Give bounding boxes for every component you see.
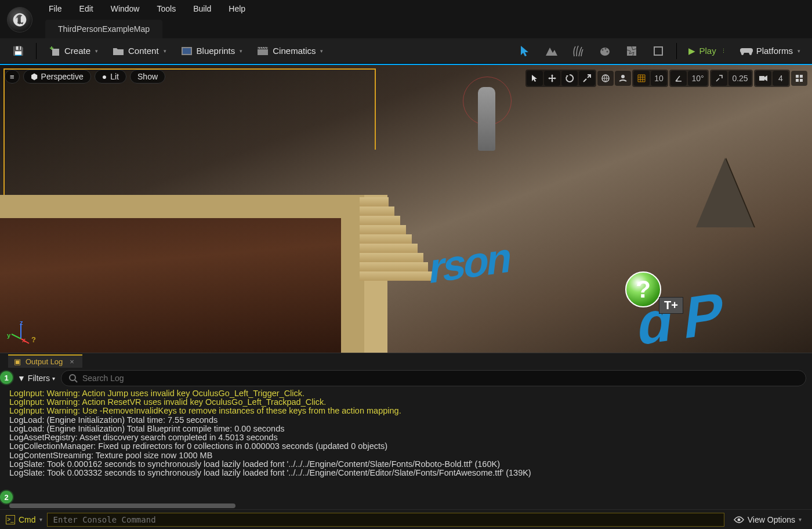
svg-point-6	[605, 48, 607, 49]
close-tab-button[interactable]: ×	[67, 357, 77, 366]
grid-snap-value[interactable]: 10	[651, 71, 667, 86]
search-log-input[interactable]	[82, 374, 799, 383]
show-dropdown[interactable]: Show	[130, 70, 165, 84]
cursor-select-icon	[519, 45, 531, 57]
annotation-2: 2	[0, 491, 13, 503]
angle-snap-toggle[interactable]	[670, 71, 687, 86]
main-toolbar: 💾 Create▾ Content▾ Blueprints▾ Cinematic…	[0, 38, 812, 64]
fracture-mode-button[interactable]	[619, 42, 644, 60]
log-output[interactable]: LogInput: Warning: Action Jump uses inva…	[0, 388, 812, 503]
svg-point-11	[621, 75, 625, 78]
create-label: Create	[64, 46, 90, 56]
unreal-logo-icon[interactable]	[7, 7, 32, 32]
select-mode-button[interactable]	[513, 42, 537, 60]
annotation-1: 1	[0, 371, 13, 384]
svg-rect-2	[183, 48, 191, 54]
log-line: LogSlate: Took 0.000162 seconds to synch…	[9, 460, 803, 469]
svg-rect-12	[759, 76, 764, 81]
blueprints-button[interactable]: Blueprints▾	[175, 42, 249, 60]
platforms-button[interactable]: Platforms▾	[734, 42, 806, 60]
viewport-toolbar-right: 10 10° 0.25 4	[525, 70, 807, 87]
landscape-mode-button[interactable]	[539, 42, 564, 60]
svg-rect-9	[654, 47, 662, 55]
scene-cone	[696, 158, 754, 227]
viewport-menu-button[interactable]: ≡	[5, 70, 20, 84]
folder-icon	[112, 45, 125, 57]
perspective-dropdown[interactable]: ⬢Perspective	[23, 70, 91, 84]
create-button[interactable]: Create▾	[42, 42, 104, 60]
content-button[interactable]: Content▾	[106, 42, 172, 60]
menu-window[interactable]: Window	[103, 2, 148, 16]
svg-point-22	[737, 518, 740, 521]
map-tab[interactable]: ThirdPersonExampleMap	[45, 20, 162, 38]
output-log-tab[interactable]: ▣ Output Log ×	[8, 354, 82, 368]
content-label: Content	[128, 46, 159, 56]
grid-snap-toggle[interactable]	[633, 71, 650, 86]
console-input[interactable]	[47, 513, 724, 527]
cinematics-button[interactable]: Cinematics▾	[251, 42, 329, 60]
plus-cube-icon	[48, 45, 61, 57]
save-icon: 💾	[12, 45, 24, 57]
coord-space-toggle[interactable]	[597, 71, 614, 86]
scale-snap-value[interactable]: 0.25	[728, 71, 752, 86]
menu-help[interactable]: Help	[220, 2, 253, 16]
log-line: LogSlate: Took 0.003332 seconds to synch…	[9, 469, 803, 477]
main-menubar: File Edit Window Tools Build Help	[0, 0, 812, 17]
rotate-tool[interactable]	[561, 71, 578, 86]
camera-speed-icon[interactable]	[755, 71, 771, 86]
save-button[interactable]: 💾	[6, 42, 30, 60]
angle-snap-value[interactable]: 10°	[688, 71, 708, 86]
play-button[interactable]: ▶Play⋮	[683, 44, 731, 59]
axis-gizmo: zyx?	[9, 321, 32, 345]
scene-mannequin	[470, 81, 505, 157]
log-filter-row: ▼Filters▾	[0, 368, 812, 388]
output-log-panel: ▣ Output Log × ▼Filters▾ LogInput: Warni…	[0, 353, 812, 529]
search-log-box[interactable]	[61, 370, 806, 386]
menu-build[interactable]: Build	[185, 2, 219, 16]
svg-point-5	[602, 49, 604, 50]
svg-rect-16	[800, 79, 803, 82]
scale-tool[interactable]	[579, 71, 595, 86]
svg-line-18	[12, 334, 21, 339]
log-line: LogInput: Warning: Use -RemoveInvalidKey…	[9, 407, 803, 415]
scene-wooden-platform	[0, 195, 387, 353]
filters-dropdown[interactable]: ▼Filters▾	[17, 374, 55, 383]
cmd-icon: >_	[6, 515, 15, 524]
svg-line-21	[75, 380, 77, 382]
log-line: LogInput: Warning: Action Jump uses inva…	[9, 389, 803, 398]
surface-snap-toggle[interactable]	[615, 71, 631, 86]
viewport-layout-button[interactable]	[791, 71, 807, 86]
svg-rect-0	[52, 49, 59, 56]
view-options-dropdown[interactable]: View Options▾	[729, 515, 806, 524]
menu-edit[interactable]: Edit	[71, 2, 102, 16]
select-tool[interactable]	[527, 71, 543, 86]
sphere-icon: ●	[102, 72, 107, 81]
play-icon: ▶	[688, 46, 695, 56]
palette-icon	[599, 45, 611, 57]
play-label: Play	[699, 46, 716, 56]
log-line: LogLoad: (Engine Initialization) Total t…	[9, 416, 803, 425]
mountain-icon	[545, 45, 558, 57]
blueprint-icon	[180, 45, 193, 57]
menu-tools[interactable]: Tools	[148, 2, 184, 16]
log-line: LogInput: Warning: Action ResetVR uses i…	[9, 398, 803, 407]
brush-mode-button[interactable]	[646, 42, 670, 60]
mesh-paint-button[interactable]	[593, 42, 617, 60]
foliage-mode-button[interactable]	[566, 42, 590, 60]
brush-box-icon	[652, 45, 665, 57]
menu-file[interactable]: File	[41, 2, 70, 16]
scene-wooden-steps	[360, 197, 441, 325]
lit-dropdown[interactable]: ●Lit	[95, 70, 126, 84]
cmd-label[interactable]: >_Cmd▾	[6, 515, 42, 524]
help-bubble-icon[interactable]: ?	[625, 271, 661, 307]
translate-tool[interactable]	[544, 71, 560, 86]
scale-snap-toggle[interactable]	[711, 71, 727, 86]
camera-speed-value[interactable]: 4	[773, 71, 789, 86]
log-hscroll[interactable]	[9, 503, 235, 509]
level-viewport[interactable]: rson d P ? T+ ≡ ⬢Perspective ●Lit Show 1…	[0, 64, 812, 353]
log-line: LogLoad: (Engine Initialization) Total B…	[9, 425, 803, 433]
log-tab-row: ▣ Output Log ×	[0, 353, 812, 368]
svg-rect-13	[796, 75, 799, 78]
svg-point-7	[607, 50, 608, 52]
log-line: LogAssetRegistry: Asset discovery search…	[9, 433, 803, 442]
